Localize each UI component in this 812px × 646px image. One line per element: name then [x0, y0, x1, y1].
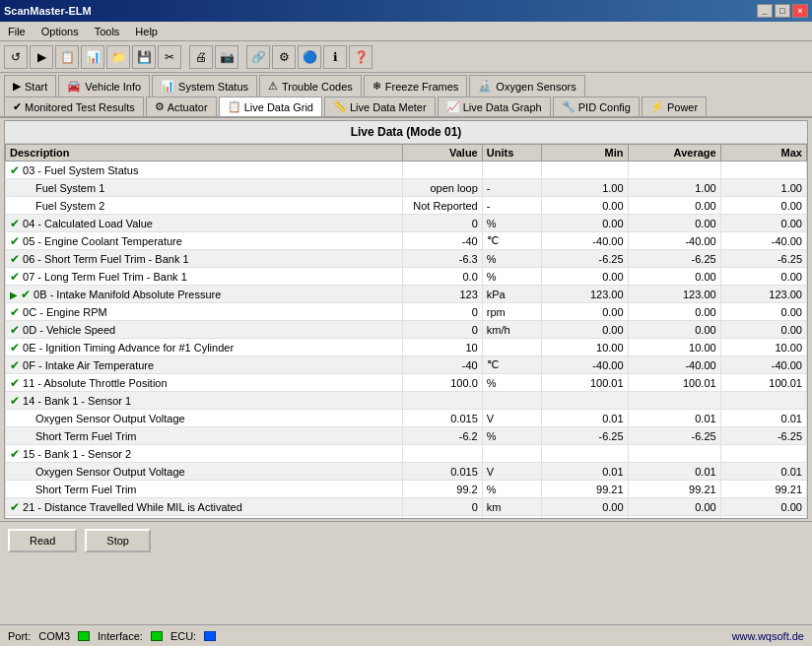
tab-monitored-results[interactable]: ✔ Monitored Test Results [4, 97, 144, 116]
grid-icon: 📋 [228, 100, 241, 113]
port-led [78, 631, 90, 641]
cell-max: 0.01 [720, 463, 806, 481]
menu-bar: File Options Tools Help [0, 22, 812, 41]
check-icon: ✔ [10, 163, 20, 177]
col-average: Average [628, 145, 720, 162]
menu-tools[interactable]: Tools [91, 24, 124, 39]
cell-units: V [482, 463, 541, 481]
menu-options[interactable]: Options [37, 24, 83, 39]
cell-value: Not Reported [403, 197, 483, 215]
cell-description: Short Term Fuel Trim [6, 481, 403, 498]
check-icon: ✔ [10, 270, 20, 284]
cell-units: ℃ [482, 356, 541, 374]
main-content: Live Data (Mode 01) Description Value Un… [4, 120, 808, 519]
col-description: Description [6, 145, 403, 162]
cell-value: -40 [403, 356, 483, 374]
toolbar-btn-5[interactable]: 📁 [106, 45, 130, 69]
tab-freeze-frames[interactable]: ❄ Freeze Frames [364, 75, 468, 97]
menu-help[interactable]: Help [131, 24, 162, 39]
read-button[interactable]: Read [8, 529, 77, 552]
cell-units: V [482, 410, 541, 427]
cell-min: 0.01 [542, 410, 628, 427]
toolbar-btn-8[interactable]: 🖨 [189, 45, 213, 69]
cell-max: -40.00 [720, 232, 806, 250]
table-row: ✔ 46 - Ambient air temperature 19 ℃ 19.0… [6, 516, 807, 519]
table-row: ✔ 07 - Long Term Fuel Trim - Bank 1 0.0 … [6, 268, 807, 286]
table-row: ▶ ✔ 0B - Intake Manifold Absolute Pressu… [6, 286, 807, 303]
ecu-led [204, 631, 216, 641]
cell-avg: 0.00 [628, 321, 720, 339]
tab-start[interactable]: ▶ Start [4, 75, 56, 97]
tab-trouble-codes[interactable]: ⚠ Trouble Codes [259, 75, 362, 97]
toolbar-btn-3[interactable]: 📋 [55, 45, 79, 69]
cell-min: 0.00 [542, 303, 628, 321]
window-controls: _ □ × [757, 4, 808, 18]
cell-avg: 99.21 [628, 481, 720, 498]
cell-value: -6.3 [403, 250, 483, 268]
tab-live-data-graph[interactable]: 📈 Live Data Graph [438, 97, 551, 116]
table-row: Short Term Fuel Trim -6.2 % -6.25 -6.25 … [6, 427, 807, 445]
tab-live-data-grid[interactable]: 📋 Live Data Grid [219, 97, 322, 116]
toolbar-btn-10[interactable]: 🔗 [246, 45, 270, 69]
toolbar-btn-9[interactable]: 📷 [215, 45, 238, 69]
cell-max: -40.00 [720, 356, 806, 374]
tab-live-data-meter[interactable]: 📏 Live Data Meter [324, 97, 436, 116]
cell-avg: -6.25 [628, 427, 720, 445]
maximize-button[interactable]: □ [775, 4, 790, 18]
cell-value: 0.015 [403, 463, 483, 481]
cell-units: % [482, 374, 541, 392]
table-row: ✔ 0C - Engine RPM 0 rpm 0.00 0.00 0.00 [6, 303, 807, 321]
interface-label: Interface: [98, 630, 143, 642]
close-button[interactable]: × [792, 4, 808, 18]
tab-oxygen-sensors[interactable]: 🔬 Oxygen Sensors [469, 75, 584, 97]
table-row: ✔ 14 - Bank 1 - Sensor 1 [6, 392, 807, 410]
menu-file[interactable]: File [4, 24, 30, 39]
table-row: ✔ 0E - Ignition Timing Advance for #1 Cy… [6, 339, 807, 356]
toolbar-btn-1[interactable]: ↺ [4, 45, 28, 69]
toolbar-btn-13[interactable]: ℹ [323, 45, 347, 69]
cell-avg: 0.01 [628, 463, 720, 481]
cell-units: % [482, 215, 541, 232]
tab-system-status[interactable]: 📊 System Status [152, 75, 257, 97]
toolbar-btn-11[interactable]: ⚙ [272, 45, 296, 69]
check-icon: ✔ [10, 376, 20, 390]
cell-units: rpm [482, 303, 541, 321]
cell-avg: 10.00 [628, 339, 720, 356]
tab-vehicle-info[interactable]: 🚘 Vehicle Info [58, 75, 150, 97]
tab-pid-config[interactable]: 🔧 PID Config [553, 97, 640, 116]
toolbar-btn-12[interactable]: 🔵 [298, 45, 321, 69]
data-grid-scroll[interactable]: Description Value Units Min Average Max … [5, 144, 807, 518]
cell-description: ✔ 15 - Bank 1 - Sensor 2 [6, 445, 403, 463]
check-icon: ✔ [10, 234, 20, 248]
cell-value [403, 162, 483, 179]
cell-avg: 0.01 [628, 410, 720, 427]
warning-icon: ⚠ [268, 80, 278, 93]
cell-description: ✔ 04 - Calculated Load Value [6, 215, 403, 232]
stop-button[interactable]: Stop [85, 529, 151, 552]
cell-units: km/h [482, 321, 541, 339]
cell-max: -6.25 [720, 427, 806, 445]
cell-min: 99.21 [542, 481, 628, 498]
cell-max: 0.01 [720, 410, 806, 427]
toolbar-btn-2[interactable]: ▶ [30, 45, 53, 69]
cell-value: 0.015 [403, 410, 483, 427]
tab-actuator[interactable]: ⚙ Actuator [146, 97, 217, 116]
minimize-button[interactable]: _ [757, 4, 773, 18]
tab-power[interactable]: ⚡ Power [642, 97, 707, 116]
toolbar-btn-14[interactable]: ❓ [349, 45, 372, 69]
check-icon: ✔ [10, 447, 20, 461]
cell-units: % [482, 481, 541, 498]
cell-min: 0.00 [542, 197, 628, 215]
toolbar-btn-4[interactable]: 📊 [81, 45, 104, 69]
cell-min: -6.25 [542, 427, 628, 445]
ecu-label: ECU: [170, 630, 196, 642]
cell-min [542, 445, 628, 463]
cell-avg: 100.01 [628, 374, 720, 392]
cell-description: ✔ 06 - Short Term Fuel Trim - Bank 1 [6, 250, 403, 268]
status-bar: Port: COM3 Interface: ECU: www.wqsoft.de [0, 624, 812, 646]
toolbar-btn-7[interactable]: ✂ [158, 45, 181, 69]
col-units: Units [482, 145, 541, 162]
toolbar-btn-6[interactable]: 💾 [132, 45, 156, 69]
col-min: Min [542, 145, 628, 162]
table-row: ✔ 15 - Bank 1 - Sensor 2 [6, 445, 807, 463]
